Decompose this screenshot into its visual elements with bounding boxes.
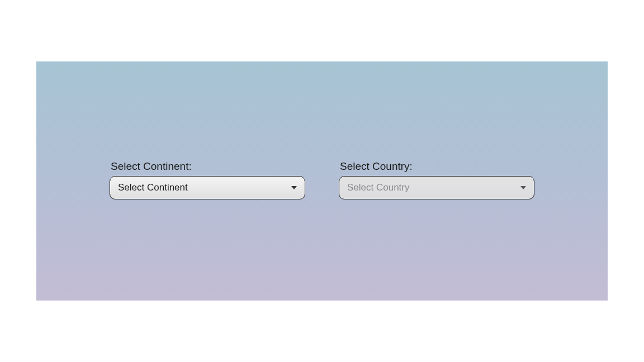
chevron-down-icon (291, 185, 297, 190)
continent-field: Select Continent: Select Continent (110, 160, 305, 199)
continent-select-value: Select Continent (118, 182, 291, 193)
continent-label: Select Continent: (110, 160, 305, 173)
form-row: Select Continent: Select Continent Selec… (36, 160, 608, 199)
country-select-value: Select Country (347, 182, 520, 193)
country-select[interactable]: Select Country (339, 176, 534, 199)
country-label: Select Country: (339, 160, 534, 173)
gradient-panel: Select Continent: Select Continent Selec… (36, 61, 608, 301)
chevron-down-icon (520, 185, 526, 190)
continent-select[interactable]: Select Continent (110, 176, 305, 199)
country-field: Select Country: Select Country (339, 160, 534, 199)
